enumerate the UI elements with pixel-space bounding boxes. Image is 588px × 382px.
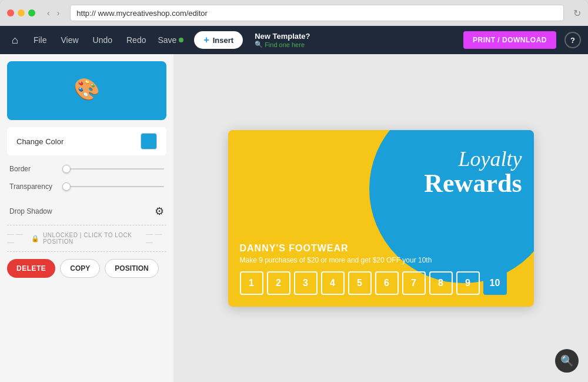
address-bar[interactable]: http:// www.mycreativeshop.com/editor — [70, 5, 564, 21]
lock-dash-left: — — — — [7, 230, 28, 247]
lock-dash-right: — — — — [146, 230, 166, 247]
rewards-text: Rewards — [424, 171, 522, 197]
zoom-icon: 🔍 — [560, 354, 573, 367]
stamp-box-1: 1 — [240, 271, 263, 295]
left-panel: 🎨 Change Color Border Transparency — [0, 54, 173, 382]
sliders-section: Border Transparency — [0, 162, 173, 202]
stamp-box-7: 7 — [402, 271, 426, 295]
save-label: Save — [158, 35, 176, 45]
color-swatch[interactable] — [141, 133, 157, 150]
main-content: 🎨 Change Color Border Transparency — [0, 54, 588, 382]
forward-button[interactable]: › — [55, 7, 62, 19]
new-template-title: New Template? — [255, 32, 310, 41]
lock-icon: 🔒 — [31, 235, 39, 243]
position-button[interactable]: POSITION — [105, 259, 158, 278]
copy-button[interactable]: COPY — [60, 259, 100, 278]
reload-button[interactable]: ↻ — [573, 8, 581, 19]
drop-shadow-row: Drop Shadow ⚙ — [0, 202, 173, 225]
card-bottom: DANNY'S FOOTWEAR Make 9 purchases of $20… — [240, 243, 522, 295]
view-menu-button[interactable]: View — [55, 33, 84, 47]
stamp-box-9: 9 — [456, 271, 480, 295]
stamp-box-10: 10 — [483, 271, 507, 295]
minimize-button[interactable] — [18, 9, 25, 16]
find-template-link[interactable]: 🔍 Find one here — [255, 41, 310, 48]
zoom-button[interactable]: 🔍 — [555, 349, 579, 373]
palette-icon: 🎨 — [74, 77, 100, 102]
transparency-label: Transparency — [9, 182, 56, 191]
stamp-row: 12345678910 — [240, 271, 522, 295]
file-menu-button[interactable]: File — [28, 33, 53, 47]
transparency-slider-thumb[interactable] — [62, 182, 71, 191]
lock-row[interactable]: — — — 🔒 UNLOCKED | CLICK TO LOCK POSITIO… — [7, 225, 166, 252]
home-button[interactable]: ⌂ — [7, 32, 23, 49]
lock-text: UNLOCKED | CLICK TO LOCK POSITION — [43, 232, 142, 245]
stamp-box-6: 6 — [375, 271, 399, 295]
new-template-section: New Template? 🔍 Find one here — [255, 32, 310, 48]
stamp-box-5: 5 — [348, 271, 372, 295]
stamp-box-8: 8 — [429, 271, 453, 295]
transparency-slider-track — [62, 186, 164, 187]
print-download-button[interactable]: PRINT / DOWNLOAD — [463, 31, 556, 49]
stamp-box-3: 3 — [294, 271, 318, 295]
card-title-overlay: Loyalty Rewards — [424, 148, 522, 197]
business-desc: Make 9 purchases of $20 or more and get … — [240, 256, 522, 264]
action-buttons: DELETE COPY POSITION — [0, 259, 173, 278]
save-indicator — [179, 38, 183, 42]
color-section-header: 🎨 — [7, 61, 166, 120]
change-color-label: Change Color — [16, 137, 64, 146]
insert-plus-icon: + — [203, 35, 209, 45]
help-button[interactable]: ? — [564, 32, 581, 48]
business-name: DANNY'S FOOTWEAR — [240, 243, 522, 254]
insert-label: Insert — [213, 36, 233, 45]
close-button[interactable] — [7, 9, 14, 16]
nav-arrows: ‹ › — [45, 7, 62, 19]
url-text: http:// www.mycreativeshop.com/editor — [76, 9, 208, 18]
back-button[interactable]: ‹ — [45, 7, 52, 19]
border-label: Border — [9, 165, 56, 173]
border-slider-thumb[interactable] — [62, 165, 71, 173]
loyalty-card[interactable]: Loyalty Rewards DANNY'S FOOTWEAR Make 9 … — [228, 130, 534, 307]
app-toolbar: ⌂ File View Undo Redo Save + Insert New … — [0, 26, 588, 54]
change-color-row: Change Color — [7, 127, 166, 155]
insert-button[interactable]: + Insert — [194, 31, 243, 49]
browser-chrome: ‹ › http:// www.mycreativeshop.com/edito… — [0, 0, 588, 382]
stamp-box-2: 2 — [267, 271, 290, 295]
browser-titlebar: ‹ › http:// www.mycreativeshop.com/edito… — [0, 0, 588, 26]
redo-button[interactable]: Redo — [121, 33, 152, 47]
drop-shadow-label: Drop Shadow — [9, 207, 52, 215]
canvas-area: Loyalty Rewards DANNY'S FOOTWEAR Make 9 … — [173, 54, 588, 382]
border-slider-track — [62, 168, 164, 170]
find-template-label: Find one here — [265, 41, 305, 48]
traffic-lights — [7, 9, 35, 16]
shadow-settings-icon[interactable]: ⚙ — [155, 205, 164, 218]
stamp-box-4: 4 — [321, 271, 345, 295]
delete-button[interactable]: DELETE — [7, 259, 55, 278]
border-slider-row: Border — [9, 165, 164, 173]
maximize-button[interactable] — [28, 9, 35, 16]
transparency-slider-row: Transparency — [9, 182, 164, 191]
save-button[interactable]: Save — [154, 33, 187, 47]
undo-button[interactable]: Undo — [87, 33, 118, 47]
search-icon: 🔍 — [255, 41, 263, 48]
loyalty-text: Loyalty — [424, 148, 522, 171]
